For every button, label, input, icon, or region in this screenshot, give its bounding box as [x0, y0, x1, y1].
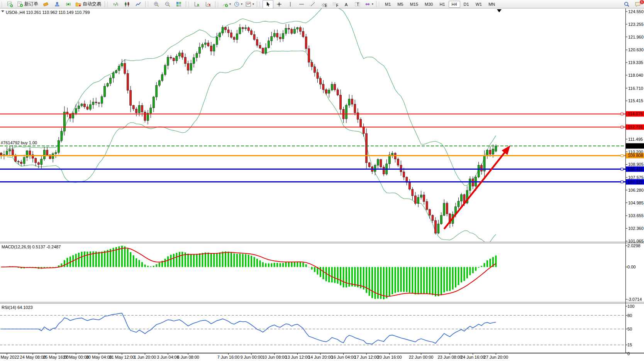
candle-chart-icon[interactable] [122, 0, 132, 8]
one-click-collapse-icon[interactable] [1, 10, 4, 12]
toolbar-grip [259, 2, 261, 7]
toolbar-separator [105, 1, 105, 7]
zoom-in-icon [153, 1, 159, 7]
templates-icon[interactable]: ▾ [244, 0, 255, 8]
rsi-panel[interactable] [0, 313, 625, 345]
timeframe-button-m30[interactable]: M30 [422, 1, 436, 8]
new-chart-icon[interactable] [5, 0, 15, 8]
time-tick-label: 22 Jun 00:00 [409, 355, 434, 359]
toolbar-grip [218, 2, 220, 7]
timeframe-button-h1[interactable]: H1 [436, 1, 448, 8]
time-tick-label: 23 Jun 08:00 [437, 355, 462, 359]
chart-title: USOil-,H4 110.261 110.962 110.149 110.79… [6, 10, 90, 15]
search-icon[interactable] [621, 0, 632, 8]
vline-icon[interactable] [285, 0, 296, 8]
hline-handle[interactable] [621, 126, 623, 128]
shapes-icon[interactable]: ▾ [363, 0, 375, 8]
label-icon[interactable]: T [352, 0, 363, 8]
price-tick-label: 116.710 [628, 86, 643, 91]
time-tick-label: 1 Jun 20:00 [134, 355, 156, 359]
hline-handle[interactable] [621, 181, 623, 183]
price-chip-label: 107.122 [628, 180, 643, 184]
rsi-tick-label: 50 [627, 327, 632, 331]
main-price-panel[interactable] [0, 5, 497, 243]
zoom-out-icon[interactable] [162, 0, 173, 8]
line-chart-icon [135, 1, 141, 7]
timeframe-button-h4[interactable]: H4 [449, 1, 460, 8]
chart-autoscroll-icon[interactable] [203, 0, 214, 8]
timeframe-button-m1[interactable]: M1 [382, 1, 394, 8]
chevron-down-icon: ▾ [229, 3, 231, 6]
channel-icon: E [321, 1, 327, 7]
toolbar-separator [186, 1, 186, 7]
navigator-icon [54, 1, 60, 7]
toolbar-grip [379, 2, 381, 7]
toolbar-separator [257, 1, 257, 7]
trend-arrow[interactable] [444, 151, 506, 229]
market-watch-icon [65, 1, 71, 7]
trade-open-label: #7614792 buy 1.00 [1, 140, 37, 145]
line-chart-icon[interactable] [133, 0, 144, 8]
text-icon[interactable]: A [341, 0, 352, 8]
hline-handle[interactable] [621, 154, 623, 157]
market-watch-icon[interactable] [63, 0, 74, 8]
text-icon: A [343, 1, 349, 7]
toolbar-grip [148, 2, 150, 7]
chart-canvas[interactable]: 114.075112.731109.808108.426107.122110.7… [0, 0, 644, 361]
vline-icon [287, 1, 293, 7]
svg-text:E: E [325, 3, 327, 7]
time-tick-label: 20 Jun 16:00 [377, 355, 402, 359]
periods-icon[interactable]: ▾ [232, 0, 244, 8]
chat-icon[interactable]: 1 [632, 0, 643, 8]
zoom-in-icon[interactable] [151, 0, 162, 8]
chart-shift-icon[interactable] [192, 0, 202, 8]
metaeditor-icon[interactable] [41, 0, 51, 8]
toolbar: 新订单自动交易▾▾▾EFAT▾M1M5M15M30H1H4D1W1MN1 [0, 0, 644, 8]
tile-windows-icon[interactable] [173, 0, 184, 8]
rsi-label: RSI(14) 64.1023 [2, 305, 33, 310]
bar-chart-icon[interactable] [110, 0, 121, 8]
channel-icon[interactable]: E [319, 0, 329, 8]
hline-icon[interactable] [296, 0, 307, 8]
autotrade-label: 自动交易 [83, 1, 102, 7]
trendline-icon[interactable] [307, 0, 318, 8]
new-order-label: 新订单 [24, 1, 39, 7]
fibonacci-icon[interactable]: F [330, 0, 341, 8]
macd-panel[interactable] [0, 246, 497, 299]
timeframe-button-mn[interactable]: MN [485, 1, 498, 8]
objects-layer [0, 113, 625, 229]
toolbar-separator [145, 1, 146, 7]
hline-handle[interactable] [621, 113, 623, 115]
autotrade-button[interactable]: 自动交易 [74, 0, 103, 8]
time-tick-label: 24 May 08:00 [20, 355, 46, 359]
time-tick-label: 7 Jun 16:00 [217, 355, 240, 359]
timeframe-button-m5[interactable]: M5 [394, 1, 406, 8]
bollinger-lower-band [7, 51, 496, 243]
crosshair-icon[interactable] [274, 0, 285, 8]
time-tick-label: 9 Jun 00:00 [240, 355, 263, 359]
time-tick-label: 23 May 2022 [0, 355, 19, 359]
indicators-add-icon[interactable]: ▾ [221, 0, 232, 8]
price-tick-label: 124.550 [628, 9, 644, 14]
timeframe-button-d1[interactable]: D1 [461, 1, 472, 8]
navigator-icon[interactable] [52, 0, 63, 8]
time-tick-label: 17 Jun 12:00 [354, 355, 379, 359]
chevron-down-icon: ▾ [253, 3, 254, 6]
macd-tick-label: -3.0714 [627, 297, 642, 302]
chart-autoscroll-icon [205, 1, 211, 7]
chart-shift-marker-icon[interactable] [497, 9, 502, 12]
timeframe-button-w1[interactable]: W1 [473, 1, 485, 8]
axes-layer: 114.075112.731109.808108.426107.122110.7… [0, 8, 644, 359]
time-tick-label: 3 Jun 04:00 [157, 355, 179, 359]
svg-text:A: A [345, 2, 348, 7]
hline-icon [298, 1, 305, 7]
price-tick-label: 111.495 [628, 137, 643, 142]
hline-handle[interactable] [621, 168, 623, 170]
new-order-button[interactable]: 新订单 [16, 0, 40, 8]
chart-shift-icon [194, 1, 200, 7]
timeframe-button-m15[interactable]: M15 [407, 1, 421, 8]
cursor-icon[interactable] [263, 0, 273, 8]
macd-tick-label: 2.0298 [627, 243, 641, 248]
rsi-line [1, 313, 496, 344]
time-tick-label: 14 Jun 20:00 [308, 355, 333, 359]
